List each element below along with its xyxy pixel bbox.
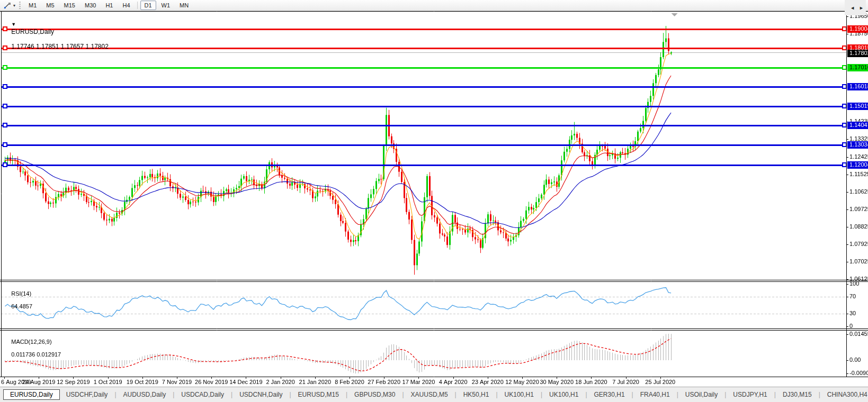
tf-button-m1[interactable]: M1 xyxy=(24,1,41,10)
collapse-triangle-icon[interactable]: ▼ xyxy=(11,22,16,27)
timeframe-toolbar: ▾ M1M5M15M30H1H4D1W1MN xyxy=(0,0,868,11)
tab-china300-h4[interactable]: CHINA300,H4 xyxy=(821,389,868,400)
tf-button-m30[interactable]: M30 xyxy=(80,1,100,10)
rsi-label: RSI(14) 64.4857 xyxy=(5,284,32,316)
tab-uk100-h1[interactable]: UK100,H1 xyxy=(543,389,585,400)
tab-usdcnh-daily[interactable]: USDCNH,Daily xyxy=(233,389,289,400)
symbol-period-label: EURUSD,Daily xyxy=(11,28,54,35)
mt4-window: ▾ M1M5M15M30H1H4D1W1MN ▼ EURUSD,Daily 1.… xyxy=(0,0,868,402)
tf-button-w1[interactable]: W1 xyxy=(157,1,175,10)
rsi-indicator-name: RSI(14) xyxy=(11,290,31,297)
tab-uk100-h1[interactable]: UK100,H1 xyxy=(498,389,540,400)
tf-button-h1[interactable]: H1 xyxy=(101,1,117,10)
chevron-down-icon: ▾ xyxy=(13,3,15,8)
chart-title: ▼ EURUSD,Daily 1.17746 1.17851 1.17657 1… xyxy=(4,13,109,58)
tab-scroll-arrows: ◄ ► xyxy=(845,0,866,15)
line-studies-icon[interactable]: ▾ xyxy=(2,2,17,10)
toolbar-grip xyxy=(19,2,21,9)
tab-usdchf-daily[interactable]: USDCHF,Daily xyxy=(60,389,114,400)
tf-button-h4[interactable]: H4 xyxy=(118,1,134,10)
macd-indicator-values: 0.011736 0.012917 xyxy=(11,351,61,358)
tab-ger30-h1[interactable]: GER30,H1 xyxy=(588,389,631,400)
tab-gbpusd-m30[interactable]: GBPUSD,M30 xyxy=(348,389,401,400)
tf-button-d1[interactable]: D1 xyxy=(140,1,156,10)
timeframe-buttons: M1M5M15M30H1H4D1W1MN xyxy=(24,1,193,10)
crosshair-pencil-icon xyxy=(4,2,12,9)
tab-usdjpy-h1[interactable]: USDJPY,H1 xyxy=(727,389,773,400)
tf-button-m15[interactable]: M15 xyxy=(60,1,79,10)
chart-canvas[interactable] xyxy=(0,0,868,387)
tab-eurusd-m15[interactable]: EURUSD,M15 xyxy=(292,389,345,400)
tf-button-mn[interactable]: MN xyxy=(175,1,193,10)
tab-audusd-daily[interactable]: AUDUSD,Daily xyxy=(117,389,173,400)
chart-tab-bar: EURUSD,DailyUSDCHF,Daily|AUDUSD,Daily|US… xyxy=(0,387,868,402)
macd-indicator-name: MACD(12,26,9) xyxy=(11,339,51,345)
tab-usdcad-daily[interactable]: USDCAD,Daily xyxy=(175,389,230,400)
tab-hk50-h1[interactable]: HK50,H1 xyxy=(457,389,496,400)
toolbar-separator xyxy=(137,2,138,9)
tab-usoil-daily[interactable]: USOil,Daily xyxy=(679,389,724,400)
ohlc-values: 1.17746 1.17851 1.17657 1.17802 xyxy=(11,43,109,50)
macd-label: MACD(12,26,9) 0.011736 0.012917 xyxy=(5,332,61,364)
tab-eurusd-daily[interactable]: EURUSD,Daily xyxy=(3,389,60,400)
tab-dj30-m15[interactable]: DJ30,M15 xyxy=(776,389,818,400)
tab-fra40-h1[interactable]: FRA40,H1 xyxy=(634,389,676,400)
rsi-indicator-value: 64.4857 xyxy=(11,303,32,309)
tab-scroll-right[interactable]: ► xyxy=(857,4,866,12)
tab-scroll-left[interactable]: ◄ xyxy=(848,4,857,12)
tf-button-m5[interactable]: M5 xyxy=(42,1,58,10)
tab-xauusd-m5[interactable]: XAUUSD,M5 xyxy=(405,389,454,400)
